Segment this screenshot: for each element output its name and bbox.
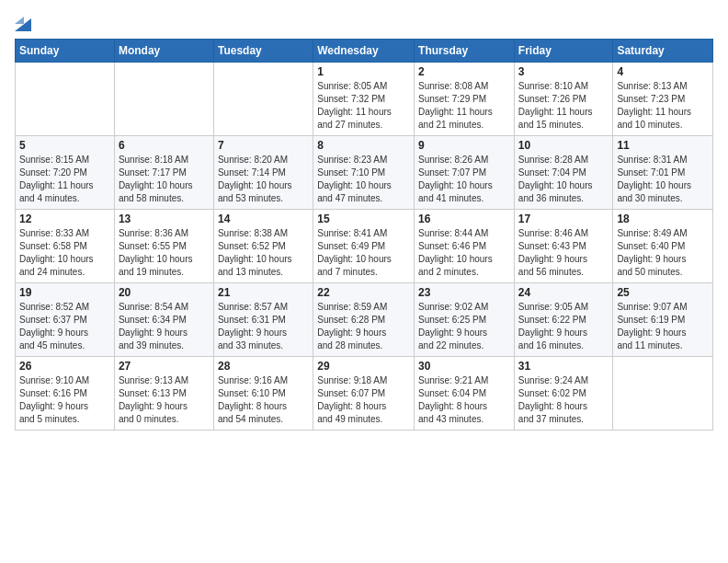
day-cell: 10Sunrise: 8:28 AM Sunset: 7:04 PM Dayli… — [514, 136, 613, 210]
day-cell: 18Sunrise: 8:49 AM Sunset: 6:40 PM Dayli… — [613, 210, 713, 283]
day-cell: 7Sunrise: 8:20 AM Sunset: 7:14 PM Daylig… — [213, 136, 313, 210]
weekday-monday: Monday — [114, 40, 213, 63]
day-cell: 12Sunrise: 8:33 AM Sunset: 6:58 PM Dayli… — [16, 210, 115, 283]
day-number: 30 — [418, 360, 510, 373]
day-info: Sunrise: 8:05 AM Sunset: 7:32 PM Dayligh… — [317, 80, 410, 132]
day-info: Sunrise: 8:44 AM Sunset: 6:46 PM Dayligh… — [418, 227, 510, 279]
day-number: 18 — [617, 213, 709, 225]
day-cell: 16Sunrise: 8:44 AM Sunset: 6:46 PM Dayli… — [415, 210, 515, 283]
day-number: 13 — [119, 213, 210, 225]
weekday-header-row: SundayMondayTuesdayWednesdayThursdayFrid… — [16, 40, 713, 63]
day-number: 6 — [119, 139, 210, 152]
day-number: 20 — [119, 286, 210, 299]
day-cell — [16, 63, 115, 136]
day-number: 31 — [518, 360, 609, 373]
day-cell: 29Sunrise: 9:18 AM Sunset: 6:07 PM Dayli… — [313, 357, 415, 431]
weekday-friday: Friday — [514, 40, 613, 63]
day-info: Sunrise: 9:21 AM Sunset: 6:04 PM Dayligh… — [418, 374, 510, 426]
day-cell: 28Sunrise: 9:16 AM Sunset: 6:10 PM Dayli… — [213, 357, 313, 431]
logo-icon — [15, 11, 31, 31]
day-cell: 19Sunrise: 8:52 AM Sunset: 6:37 PM Dayli… — [16, 283, 115, 357]
weekday-thursday: Thursday — [415, 40, 515, 63]
day-number: 3 — [518, 65, 609, 78]
day-cell: 1Sunrise: 8:05 AM Sunset: 7:32 PM Daylig… — [313, 63, 415, 136]
day-info: Sunrise: 8:31 AM Sunset: 7:01 PM Dayligh… — [617, 154, 709, 205]
day-info: Sunrise: 8:57 AM Sunset: 6:31 PM Dayligh… — [218, 301, 309, 352]
day-number: 21 — [218, 286, 309, 299]
day-number: 23 — [418, 286, 510, 299]
day-info: Sunrise: 8:20 AM Sunset: 7:14 PM Dayligh… — [218, 154, 309, 205]
day-cell: 3Sunrise: 8:10 AM Sunset: 7:26 PM Daylig… — [514, 63, 613, 136]
day-number: 7 — [218, 139, 309, 152]
week-row-3: 12Sunrise: 8:33 AM Sunset: 6:58 PM Dayli… — [16, 210, 713, 283]
day-number: 8 — [317, 139, 410, 152]
day-number: 27 — [119, 360, 210, 373]
day-number: 19 — [19, 286, 110, 299]
day-number: 28 — [218, 360, 309, 373]
day-info: Sunrise: 8:23 AM Sunset: 7:10 PM Dayligh… — [317, 154, 410, 205]
day-cell: 8Sunrise: 8:23 AM Sunset: 7:10 PM Daylig… — [313, 136, 415, 210]
day-number: 24 — [518, 286, 609, 299]
day-cell: 25Sunrise: 9:07 AM Sunset: 6:19 PM Dayli… — [613, 283, 713, 357]
day-number: 16 — [418, 213, 510, 225]
day-cell — [613, 357, 713, 431]
day-cell: 2Sunrise: 8:08 AM Sunset: 7:29 PM Daylig… — [415, 63, 515, 136]
day-info: Sunrise: 9:07 AM Sunset: 6:19 PM Dayligh… — [617, 301, 709, 352]
weekday-sunday: Sunday — [16, 40, 115, 63]
day-number: 17 — [518, 213, 609, 225]
calendar: SundayMondayTuesdayWednesdayThursdayFrid… — [15, 39, 713, 431]
day-cell: 20Sunrise: 8:54 AM Sunset: 6:34 PM Dayli… — [114, 283, 213, 357]
day-info: Sunrise: 8:08 AM Sunset: 7:29 PM Dayligh… — [418, 80, 510, 132]
day-cell — [114, 63, 213, 136]
day-info: Sunrise: 8:28 AM Sunset: 7:04 PM Dayligh… — [518, 154, 609, 205]
day-cell: 13Sunrise: 8:36 AM Sunset: 6:55 PM Dayli… — [114, 210, 213, 283]
week-row-2: 5Sunrise: 8:15 AM Sunset: 7:20 PM Daylig… — [16, 136, 713, 210]
day-cell: 27Sunrise: 9:13 AM Sunset: 6:13 PM Dayli… — [114, 357, 213, 431]
day-cell: 14Sunrise: 8:38 AM Sunset: 6:52 PM Dayli… — [213, 210, 313, 283]
day-cell — [213, 63, 313, 136]
day-number: 1 — [317, 65, 410, 78]
day-cell: 4Sunrise: 8:13 AM Sunset: 7:23 PM Daylig… — [613, 63, 713, 136]
day-number: 25 — [617, 286, 709, 299]
day-info: Sunrise: 8:36 AM Sunset: 6:55 PM Dayligh… — [119, 227, 210, 279]
day-cell: 9Sunrise: 8:26 AM Sunset: 7:07 PM Daylig… — [415, 136, 515, 210]
header — [15, 11, 713, 31]
day-info: Sunrise: 9:16 AM Sunset: 6:10 PM Dayligh… — [218, 374, 309, 426]
day-info: Sunrise: 8:46 AM Sunset: 6:43 PM Dayligh… — [518, 227, 609, 279]
day-cell: 21Sunrise: 8:57 AM Sunset: 6:31 PM Dayli… — [213, 283, 313, 357]
day-info: Sunrise: 9:24 AM Sunset: 6:02 PM Dayligh… — [518, 374, 609, 426]
day-info: Sunrise: 8:13 AM Sunset: 7:23 PM Dayligh… — [617, 80, 709, 132]
week-row-1: 1Sunrise: 8:05 AM Sunset: 7:32 PM Daylig… — [16, 63, 713, 136]
day-number: 2 — [418, 65, 510, 78]
day-cell: 11Sunrise: 8:31 AM Sunset: 7:01 PM Dayli… — [613, 136, 713, 210]
day-cell: 6Sunrise: 8:18 AM Sunset: 7:17 PM Daylig… — [114, 136, 213, 210]
day-cell: 22Sunrise: 8:59 AM Sunset: 6:28 PM Dayli… — [313, 283, 415, 357]
day-info: Sunrise: 9:18 AM Sunset: 6:07 PM Dayligh… — [317, 374, 410, 426]
day-info: Sunrise: 8:38 AM Sunset: 6:52 PM Dayligh… — [218, 227, 309, 279]
day-cell: 15Sunrise: 8:41 AM Sunset: 6:49 PM Dayli… — [313, 210, 415, 283]
day-number: 14 — [218, 213, 309, 225]
day-cell: 30Sunrise: 9:21 AM Sunset: 6:04 PM Dayli… — [415, 357, 515, 431]
day-info: Sunrise: 9:05 AM Sunset: 6:22 PM Dayligh… — [518, 301, 609, 352]
day-info: Sunrise: 9:13 AM Sunset: 6:13 PM Dayligh… — [119, 374, 210, 426]
weekday-tuesday: Tuesday — [213, 40, 313, 63]
logo — [15, 11, 33, 31]
day-number: 5 — [19, 139, 110, 152]
day-info: Sunrise: 8:18 AM Sunset: 7:17 PM Dayligh… — [119, 154, 210, 205]
day-number: 12 — [19, 213, 110, 225]
week-row-5: 26Sunrise: 9:10 AM Sunset: 6:16 PM Dayli… — [16, 357, 713, 431]
weekday-saturday: Saturday — [613, 40, 713, 63]
day-info: Sunrise: 8:10 AM Sunset: 7:26 PM Dayligh… — [518, 80, 609, 132]
day-cell: 23Sunrise: 9:02 AM Sunset: 6:25 PM Dayli… — [415, 283, 515, 357]
day-number: 15 — [317, 213, 410, 225]
day-cell: 24Sunrise: 9:05 AM Sunset: 6:22 PM Dayli… — [514, 283, 613, 357]
day-number: 22 — [317, 286, 410, 299]
day-number: 11 — [617, 139, 709, 152]
day-cell: 31Sunrise: 9:24 AM Sunset: 6:02 PM Dayli… — [514, 357, 613, 431]
day-number: 4 — [617, 65, 709, 78]
day-info: Sunrise: 8:41 AM Sunset: 6:49 PM Dayligh… — [317, 227, 410, 279]
day-info: Sunrise: 8:59 AM Sunset: 6:28 PM Dayligh… — [317, 301, 410, 352]
day-info: Sunrise: 8:49 AM Sunset: 6:40 PM Dayligh… — [617, 227, 709, 279]
day-info: Sunrise: 9:10 AM Sunset: 6:16 PM Dayligh… — [19, 374, 110, 426]
day-number: 10 — [518, 139, 609, 152]
